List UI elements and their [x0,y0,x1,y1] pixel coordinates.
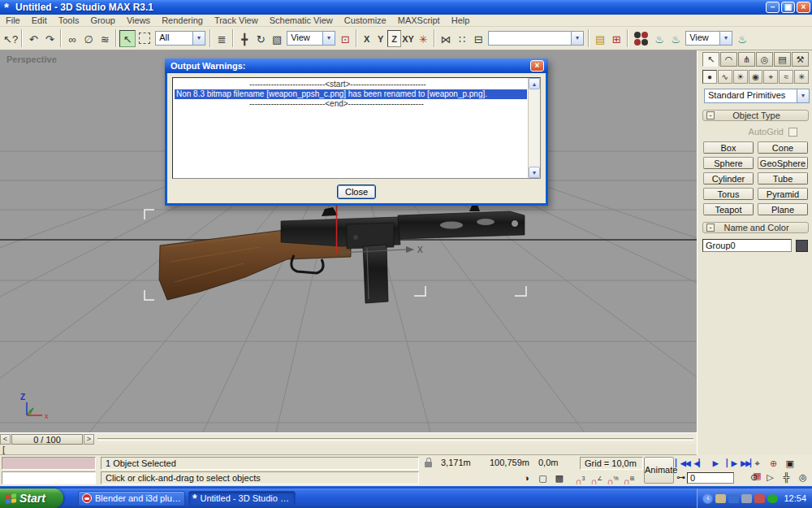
selection-lock-icon[interactable] [425,462,432,467]
menu-edit[interactable]: Edit [26,15,53,25]
zoom-extents-icon[interactable]: ▣ [783,458,797,470]
object-name-input[interactable]: Group0 [702,239,792,252]
named-selection-combo[interactable]: ▾ [488,31,584,46]
menu-customize[interactable]: Customize [339,15,392,25]
autogrid-checkbox[interactable] [788,128,797,137]
sphere-button[interactable]: Sphere [703,157,754,169]
arc-rotate-icon[interactable]: ◎ [796,471,810,484]
start-button[interactable]: Start [0,488,63,508]
maxscript-listener-white[interactable] [2,471,96,484]
field-of-view-icon[interactable]: ▷ [763,471,777,484]
box-button[interactable]: Box [703,141,754,154]
unlink-icon[interactable]: ∅ [80,30,97,47]
tab-modify[interactable]: ◠ [720,52,737,67]
key-mode-icon[interactable]: ⊶ [674,471,688,484]
render-scene-icon[interactable]: ♨ [651,30,667,47]
dialog-close-icon[interactable]: × [530,60,544,72]
coord-system-combo[interactable]: View▾ [287,31,335,46]
tray-icon-network[interactable] [741,494,752,503]
dialog-close-button[interactable]: Close [337,185,376,199]
frame-back-button[interactable]: < [0,434,11,445]
maxscript-listener-pink[interactable] [2,457,96,470]
tray-icon-monitor[interactable] [728,494,739,503]
dialog-title-bar[interactable]: Output Warnings: × [165,59,548,73]
close-button[interactable]: × [797,2,810,13]
menu-group[interactable]: Group [84,15,121,25]
zoom-icon[interactable]: ⌖ [750,458,764,470]
mirror-icon[interactable]: ⋈ [438,30,454,47]
time-config-icon[interactable]: ⊙ [747,471,761,484]
list-item[interactable]: ----------------------------<start>-----… [249,80,527,89]
collapse-icon[interactable]: - [706,224,715,232]
scale-icon[interactable]: ▧ [269,30,285,47]
menu-tools[interactable]: Tools [53,15,85,25]
name-color-rollout[interactable]: - Name and Color [702,222,809,233]
tray-icon-1[interactable] [715,494,726,503]
edit-named-selections-icon[interactable]: ▤ [592,30,608,47]
category-shapes-icon[interactable]: ∿ [718,70,732,84]
play-icon[interactable]: ▶ [708,458,722,470]
angle-snap-icon[interactable]: ∩∠ [590,472,603,484]
link-icon[interactable]: ∞ [64,30,80,47]
selection-filter-combo[interactable]: All▾ [155,31,205,46]
viewport-label[interactable]: Perspective [6,54,57,64]
tray-icon-wireless[interactable] [767,494,778,503]
scrollbar[interactable]: ▲ ▼ [528,78,540,178]
restrict-x-button[interactable]: X [360,30,374,47]
category-lights-icon[interactable]: ☀ [733,70,748,84]
redo-icon[interactable]: ↷ [41,30,58,47]
array-icon[interactable]: ∷ [454,30,470,47]
time-slider-thumb[interactable]: 0 / 100 [11,434,83,445]
render-type-combo[interactable]: View▾ [685,31,732,46]
menu-track-view[interactable]: Track View [209,15,264,25]
region-select-icon[interactable] [139,33,150,44]
window-selection-icon[interactable]: ▢ [536,472,550,484]
current-frame-field[interactable]: 0 [687,472,734,484]
category-cameras-icon[interactable]: ◉ [749,70,763,84]
pan-icon[interactable]: ╬ [780,471,793,484]
animate-button[interactable]: Animate [644,457,674,484]
snap-3d-icon[interactable]: ∩3 [573,472,587,484]
track-view-icon[interactable]: ⊞ [608,30,624,47]
tab-display[interactable]: ▤ [774,52,791,67]
taskbar-item-blender[interactable]: Blender and i3d plugi... [78,491,185,506]
category-helpers-icon[interactable]: ⌖ [763,70,778,84]
goto-start-icon[interactable]: ▏◀◀ [676,458,689,470]
tab-create[interactable]: ↖ [702,52,719,67]
align-icon[interactable]: ⊟ [470,30,486,47]
snap-toggle-icon[interactable]: ✳ [415,30,431,47]
restore-button[interactable]: ▣ [781,2,795,13]
tube-button[interactable]: Tube [758,172,808,185]
category-systems-icon[interactable]: ✳ [794,70,809,84]
pivot-center-icon[interactable]: ⊡ [337,30,353,47]
render-last-icon[interactable]: ♨ [734,30,750,47]
geosphere-button[interactable]: GeoSphere [758,157,808,169]
select-object-icon[interactable]: ↖ [119,30,136,47]
plane-button[interactable]: Plane [758,203,808,215]
category-geometry-icon[interactable]: ● [702,70,717,84]
degradation-icon[interactable]: ◑ [520,472,533,484]
time-slider-track[interactable] [97,438,693,441]
tray-icon-4[interactable] [754,494,765,503]
collapse-icon[interactable]: - [706,111,715,119]
category-spacewarps-icon[interactable]: ≈ [779,70,793,84]
menu-rendering[interactable]: Rendering [156,15,209,25]
undo-icon[interactable]: ↶ [25,30,41,47]
spinner-snap-icon[interactable]: ∩⊞ [622,472,636,484]
move-icon[interactable]: ╋ [236,30,253,47]
crossing-selection-icon[interactable]: ▩ [552,472,566,484]
next-frame-icon[interactable]: ▏▶ [724,458,738,470]
restrict-xy-button[interactable]: XY [401,30,415,47]
tab-motion[interactable]: ◎ [756,52,773,67]
menu-maxscript[interactable]: MAXScript [392,15,446,25]
material-editor-icon[interactable] [634,32,648,46]
previous-frame-icon[interactable]: ◀▏ [692,458,706,470]
zoom-all-icon[interactable]: ⊕ [767,458,780,470]
frame-forward-button[interactable]: > [84,434,94,445]
bind-spacewarp-icon[interactable]: ≋ [97,30,113,47]
pyramid-button[interactable]: Pyramid [758,188,808,200]
tab-utilities[interactable]: ⚒ [792,52,809,67]
percent-snap-icon[interactable]: ∩% [606,472,620,484]
scroll-down-icon[interactable]: ▼ [529,167,540,178]
restrict-z-button[interactable]: Z [387,30,401,47]
